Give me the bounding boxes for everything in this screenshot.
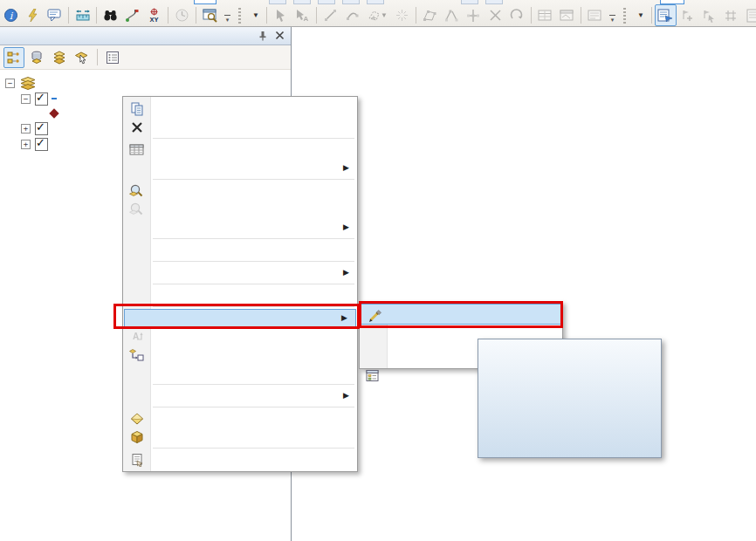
menu-item-save-as-layer-file[interactable] (123, 409, 357, 428)
attributes-icon (538, 9, 552, 22)
svg-text:A: A (304, 15, 309, 23)
attribute-table-icon (129, 142, 144, 157)
list-by-selection-button[interactable] (72, 47, 93, 68)
convert-features-icon (129, 347, 144, 362)
menu-item-open-attribute-table[interactable] (123, 140, 357, 159)
menu-item-properties[interactable] (123, 450, 357, 469)
collapse-expander[interactable]: − (5, 79, 15, 88)
reshape-tool[interactable] (419, 4, 441, 26)
trace-tool[interactable]: ▼ (363, 4, 391, 26)
chevron-down-icon: ▼ (252, 12, 259, 19)
toc-options-button[interactable] (102, 47, 123, 68)
menu-item-label-features[interactable] (123, 286, 357, 305)
move-tool[interactable] (463, 4, 485, 26)
go-to-xy-tool[interactable]: XY (143, 4, 165, 26)
layer-checkbox[interactable] (35, 92, 48, 106)
close-icon[interactable] (275, 31, 285, 40)
separator (531, 7, 532, 24)
network-analyst-window-button[interactable] (655, 4, 677, 26)
identify-tool[interactable]: i (0, 4, 22, 26)
menu-item-create-layer-package[interactable] (123, 428, 357, 446)
menu-item-convert-symbology-to-representation[interactable] (123, 364, 357, 382)
menu-item-use-symbol-levels[interactable] (123, 241, 357, 259)
build-network-tool[interactable] (720, 4, 742, 26)
reshape-icon (423, 9, 436, 22)
split-icon (444, 9, 458, 22)
expand-expander[interactable]: + (21, 140, 31, 149)
editor-menu-button[interactable]: ▼ (244, 10, 264, 21)
create-network-location-icon (680, 9, 694, 23)
find-tool[interactable] (100, 4, 121, 26)
find-route-icon (125, 8, 140, 23)
svg-text:XY: XY (149, 16, 158, 23)
point-tool[interactable] (391, 4, 413, 26)
toolbar-grip[interactable] (238, 8, 241, 24)
straight-segment-tool[interactable] (320, 4, 341, 26)
menu-item-convert-features-to-graphics[interactable] (123, 346, 357, 364)
menu-item-edit-features[interactable]: ▶ (124, 309, 356, 327)
hyperlink-tool[interactable] (22, 4, 44, 26)
menu-separator (153, 384, 354, 385)
attributes-tool[interactable] (534, 4, 556, 26)
edit-annotation-tool[interactable]: A (292, 4, 313, 26)
layer-label-selected[interactable] (52, 98, 57, 99)
directions-icon (746, 9, 756, 23)
time-slider-tool[interactable] (171, 4, 193, 26)
time-slider-icon (175, 8, 189, 23)
map-canvas[interactable] (291, 26, 756, 541)
collapse-expander[interactable]: − (21, 94, 31, 104)
rotate-tool[interactable] (506, 4, 528, 26)
viewer-window-tool[interactable] (199, 4, 221, 26)
separator (96, 7, 97, 24)
toolbar-overflow-icon[interactable]: ▾ (608, 9, 617, 23)
submenu-item-start-editing[interactable] (361, 304, 561, 325)
create-network-location-tool[interactable] (677, 4, 698, 26)
list-by-visibility-button[interactable] (49, 47, 70, 68)
menu-item-remove[interactable] (123, 118, 357, 136)
submenu-arrow-icon: ▶ (343, 392, 349, 400)
network-analyst-window-icon (657, 9, 673, 23)
layer-checkbox[interactable] (35, 138, 48, 151)
measure-tool[interactable] (72, 4, 93, 26)
menu-item-convert-labels-to-annotation[interactable]: A (123, 327, 357, 346)
find-icon (103, 8, 118, 23)
expand-expander[interactable]: + (21, 124, 31, 134)
split-tool[interactable] (441, 4, 463, 26)
toolbar-grip[interactable] (623, 8, 626, 24)
menu-item-zoom-to-layer[interactable] (123, 181, 357, 200)
list-by-drawing-order-icon (7, 51, 21, 65)
toc-title-bar[interactable] (0, 26, 291, 45)
build-network-icon (724, 9, 738, 23)
find-route-tool[interactable] (121, 4, 143, 26)
menu-item-copy[interactable] (123, 99, 357, 118)
select-network-location-tool[interactable] (698, 4, 720, 26)
list-by-source-icon (30, 51, 44, 65)
layer-checkbox[interactable] (35, 122, 48, 135)
menu-separator (153, 407, 354, 407)
menu-separator (153, 261, 354, 262)
cut-tool[interactable] (485, 4, 506, 26)
create-features-tool[interactable] (584, 4, 606, 26)
menu-item-zoom-to-make-visible[interactable] (123, 200, 357, 218)
endpoint-arc-tool[interactable] (341, 4, 363, 26)
menu-separator (153, 238, 354, 239)
menu-item-visible-scale-range[interactable]: ▶ (123, 218, 357, 236)
menu-item-joins-and-relates[interactable]: ▶ (123, 159, 357, 177)
separator (266, 7, 267, 24)
list-by-drawing-order-button[interactable] (3, 47, 24, 68)
list-by-source-button[interactable] (26, 47, 47, 68)
edit-tool[interactable] (270, 4, 292, 26)
pin-icon[interactable] (258, 31, 268, 41)
menu-item-selection[interactable]: ▶ (123, 264, 357, 282)
zoom-to-make-visible-icon (129, 202, 144, 216)
toolbar-overflow-icon[interactable]: ▾ (223, 9, 232, 23)
save-as-layer-icon (129, 411, 144, 426)
directions-window-tool[interactable] (742, 4, 756, 26)
menu-item-data[interactable]: ▶ (123, 387, 357, 405)
create-features-icon (588, 9, 601, 22)
network-analyst-menu-button[interactable]: ▼ (629, 10, 649, 21)
submenu-arrow-icon: ▶ (343, 223, 349, 231)
sketch-properties-tool[interactable] (556, 4, 578, 26)
tree-item-layers[interactable]: − (0, 75, 291, 91)
html-popup-tool[interactable] (44, 4, 65, 26)
